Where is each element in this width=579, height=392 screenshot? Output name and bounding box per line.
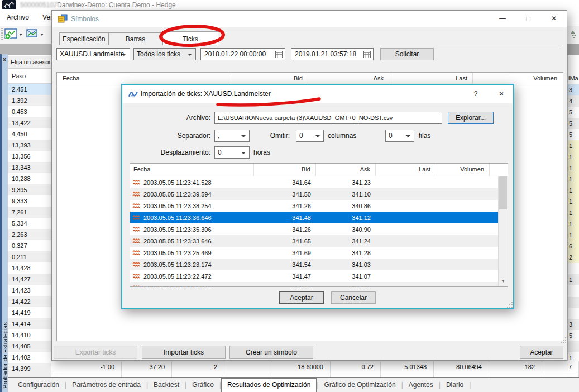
- scrollbar-thumb[interactable]: [499, 176, 507, 209]
- paso-row[interactable]: 1,392: [8, 95, 51, 106]
- tester-vertical-tab[interactable]: Probador de Estrategias: [0, 54, 8, 392]
- calendar-icon[interactable]: [275, 51, 283, 58]
- date-from-field[interactable]: 2018.01.22 00:00:00: [200, 48, 285, 60]
- col-volumen[interactable]: Volumen: [473, 73, 562, 85]
- paso-row[interactable]: 7,261: [8, 207, 51, 218]
- paso-row[interactable]: 13,356: [8, 151, 51, 162]
- paso-row[interactable]: 14,402: [8, 352, 51, 363]
- paso-row[interactable]: 2,451: [8, 84, 51, 95]
- paso-column-header[interactable]: Paso: [8, 69, 51, 84]
- col-ask[interactable]: Ask: [316, 164, 376, 176]
- scroll-down-icon[interactable]: ▼: [499, 277, 508, 286]
- desplazamiento-combo[interactable]: 0: [214, 146, 250, 159]
- tick-row[interactable]: 2003.05.05 11:23:35.306341.26340.90: [130, 223, 508, 235]
- new-order-dropdown-icon[interactable]: [40, 34, 44, 36]
- close-icon[interactable]: ✕: [548, 13, 560, 24]
- paso-row[interactable]: 0,211: [8, 251, 51, 262]
- filas-label: filas: [419, 132, 430, 140]
- tick-row[interactable]: 2003.05.05 11:23:22.472341.47341.07: [130, 270, 508, 282]
- paso-row[interactable]: 0,453: [8, 106, 51, 117]
- omitir-columnas-combo[interactable]: 0: [296, 130, 324, 142]
- resize-grip-icon[interactable]: [560, 337, 567, 343]
- bottom-tab-gr-fico[interactable]: Gráfico: [186, 379, 219, 392]
- tick-row[interactable]: 2003.05.05 11:23:23.174341.54341.03: [130, 259, 508, 270]
- scrollbar[interactable]: ▲ ▼: [498, 164, 508, 286]
- separador-combo[interactable]: ,: [214, 130, 250, 142]
- tab-especificacion[interactable]: Especificación: [59, 32, 108, 45]
- crear-simbolo-button[interactable]: Crear un símbolo: [229, 346, 313, 359]
- aceptar-button[interactable]: Aceptar: [279, 291, 324, 304]
- paso-row[interactable]: 14,419: [8, 307, 51, 318]
- bottom-tab-gr-fico-de-optimizaci-n[interactable]: Gráfico de Optimización: [319, 379, 401, 392]
- new-chart-icon[interactable]: [4, 28, 18, 40]
- chevron-down-icon: [241, 135, 246, 137]
- solicitar-button[interactable]: Solicitar: [380, 48, 434, 60]
- bottom-tab-diario[interactable]: Diario: [441, 379, 469, 392]
- tick-row[interactable]: 2003.05.05 11:23:25.469341.69341.28: [130, 247, 508, 259]
- paso-row[interactable]: 14,427: [8, 274, 51, 285]
- bottom-tab-par-metros-de-entrada[interactable]: Parámetros de entrada: [66, 379, 146, 392]
- help-icon[interactable]: ?: [470, 88, 482, 99]
- new-chart-dropdown-icon[interactable]: [19, 34, 22, 36]
- paso-row[interactable]: 13,422: [8, 117, 51, 128]
- omitir-filas-combo[interactable]: 0: [385, 130, 414, 142]
- tab-ticks[interactable]: Ticks: [162, 31, 218, 45]
- tester-panel-close-icon[interactable]: x: [1, 55, 8, 63]
- sort-arrows-icon[interactable]: [568, 29, 578, 39]
- col-fecha[interactable]: Fecha: [130, 164, 254, 176]
- col-fecha[interactable]: Fecha: [57, 73, 228, 85]
- col-last[interactable]: Last: [389, 73, 473, 85]
- tab-barras[interactable]: Barras: [108, 32, 162, 45]
- paso-row[interactable]: 2,263: [8, 229, 51, 240]
- col-ask[interactable]: Ask: [308, 73, 389, 85]
- tick-row[interactable]: 2003.05.05 11:23:39.594341.50341.10: [130, 188, 508, 200]
- cell-fecha: 2003.05.05 11:23:41.528: [142, 177, 254, 188]
- advisor-selector[interactable]: Elija un asesor: [8, 56, 51, 68]
- paso-row[interactable]: 5,334: [8, 218, 51, 229]
- paso-row[interactable]: 13,393: [8, 140, 51, 151]
- col-volumen[interactable]: Volumen: [436, 164, 490, 176]
- bottom-tab-agentes[interactable]: Agentes: [403, 379, 439, 392]
- paso-row[interactable]: 14,405: [8, 341, 51, 352]
- toolbar-grip[interactable]: [1, 28, 3, 41]
- date-to-field[interactable]: 2019.01.21 03:57:18: [291, 48, 374, 60]
- ticks-filter-combo[interactable]: Todos los ticks: [133, 48, 196, 60]
- paso-row[interactable]: 14,422: [8, 296, 51, 307]
- new-order-icon[interactable]: [26, 28, 39, 40]
- bottom-tab-configuraci-n[interactable]: Configuración: [12, 379, 65, 392]
- paso-row[interactable]: 14,399: [8, 363, 51, 374]
- file-path-input[interactable]: E:\USUARIO\Nueva carpeta (3)\XAUUSD_GMT+…: [214, 112, 442, 124]
- bottom-tab-backtest[interactable]: Backtest: [148, 379, 185, 392]
- results-row[interactable]: -1.0037.20218.600000.725.0134880.0649418…: [51, 361, 579, 374]
- minimize-icon[interactable]: —: [496, 13, 509, 24]
- paso-row[interactable]: 4,450: [8, 128, 51, 140]
- cancelar-button[interactable]: Cancelar: [331, 291, 376, 304]
- bottom-tab-resultados-de-optimizaci-n[interactable]: Resultados de Optimización: [221, 378, 317, 392]
- col-bid[interactable]: Bid: [228, 73, 308, 85]
- results-cell-clipped: 2: [568, 252, 579, 263]
- paso-row[interactable]: 9,395: [8, 184, 51, 195]
- tick-row[interactable]: 2003.05.05 11:23:36.646341.48341.12: [130, 212, 508, 223]
- tick-row[interactable]: 2003.05.05 11:23:21.834341.39340.88: [130, 282, 508, 287]
- tick-row[interactable]: 2003.05.05 11:23:38.254341.26340.86: [130, 200, 508, 212]
- paso-row[interactable]: 13,343: [8, 162, 51, 173]
- paso-row[interactable]: 10,288: [8, 173, 51, 184]
- calendar-icon[interactable]: [363, 51, 371, 58]
- col-last[interactable]: Last: [376, 164, 436, 176]
- menu-archivo[interactable]: Archivo: [7, 13, 29, 21]
- symbol-combo[interactable]: XAUUSD.Landmeiste: [56, 48, 130, 60]
- paso-row[interactable]: 14,410: [8, 329, 51, 341]
- close-icon[interactable]: ✕: [495, 88, 508, 99]
- tick-row[interactable]: 2003.05.05 11:23:33.646341.65341.24: [130, 235, 508, 247]
- col-bid[interactable]: Bid: [254, 164, 316, 176]
- paso-row[interactable]: 14,428: [8, 262, 51, 274]
- tick-row[interactable]: 2003.05.05 11:23:41.528341.64341.23: [130, 176, 508, 188]
- aceptar-button[interactable]: Aceptar: [520, 346, 563, 359]
- paso-row[interactable]: 0,327: [8, 240, 51, 251]
- paso-row[interactable]: 9,333: [8, 195, 51, 207]
- explorar-button[interactable]: Explorar...: [448, 112, 494, 124]
- importar-ticks-button[interactable]: Importar ticks: [142, 346, 226, 359]
- resize-grip-icon[interactable]: [506, 302, 513, 308]
- paso-row[interactable]: 14,423: [8, 285, 51, 296]
- paso-row[interactable]: 14,414: [8, 318, 51, 329]
